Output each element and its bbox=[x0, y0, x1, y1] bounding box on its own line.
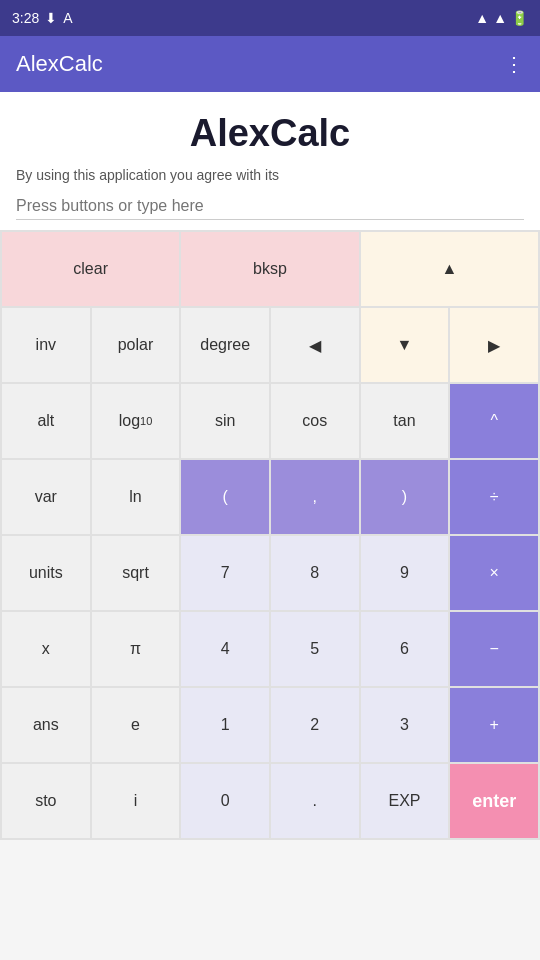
calculator-grid: clear bksp ▲ inv polar degree ◀ ▼ ▶ alt … bbox=[0, 230, 540, 840]
app-bar: AlexCalc ⋮ bbox=[0, 36, 540, 92]
sub-button[interactable]: − bbox=[450, 612, 538, 686]
dot-button[interactable]: . bbox=[271, 764, 359, 838]
tan-button[interactable]: tan bbox=[361, 384, 449, 458]
status-left: 3:28 ⬇ A bbox=[12, 10, 73, 26]
left-button[interactable]: ◀ bbox=[271, 308, 359, 382]
five-button[interactable]: 5 bbox=[271, 612, 359, 686]
eight-button[interactable]: 8 bbox=[271, 536, 359, 610]
down-button[interactable]: ▼ bbox=[361, 308, 449, 382]
units-button[interactable]: units bbox=[2, 536, 90, 610]
calc-logo: AlexCalc bbox=[16, 112, 524, 155]
wifi-icon: ▲ bbox=[475, 10, 489, 26]
i-button[interactable]: i bbox=[92, 764, 180, 838]
sin-button[interactable]: sin bbox=[181, 384, 269, 458]
mul-button[interactable]: × bbox=[450, 536, 538, 610]
status-right: ▲ ▲ 🔋 bbox=[475, 10, 528, 26]
seven-button[interactable]: 7 bbox=[181, 536, 269, 610]
a-icon: A bbox=[63, 10, 72, 26]
var-button[interactable]: var bbox=[2, 460, 90, 534]
enter-button[interactable]: enter bbox=[450, 764, 538, 838]
pow-button[interactable]: ^ bbox=[450, 384, 538, 458]
menu-icon[interactable]: ⋮ bbox=[504, 52, 524, 76]
e-button[interactable]: e bbox=[92, 688, 180, 762]
exp-button[interactable]: EXP bbox=[361, 764, 449, 838]
four-button[interactable]: 4 bbox=[181, 612, 269, 686]
six-button[interactable]: 6 bbox=[361, 612, 449, 686]
download-icon: ⬇ bbox=[45, 10, 57, 26]
up-button[interactable]: ▲ bbox=[361, 232, 538, 306]
status-bar: 3:28 ⬇ A ▲ ▲ 🔋 bbox=[0, 0, 540, 36]
alt-button[interactable]: alt bbox=[2, 384, 90, 458]
comma-button[interactable]: , bbox=[271, 460, 359, 534]
content-area: AlexCalc By using this application you a… bbox=[0, 92, 540, 230]
cos-button[interactable]: cos bbox=[271, 384, 359, 458]
polar-button[interactable]: polar bbox=[92, 308, 180, 382]
x-button[interactable]: x bbox=[2, 612, 90, 686]
zero-button[interactable]: 0 bbox=[181, 764, 269, 838]
ln-button[interactable]: ln bbox=[92, 460, 180, 534]
two-button[interactable]: 2 bbox=[271, 688, 359, 762]
app-bar-title: AlexCalc bbox=[16, 51, 103, 77]
add-button[interactable]: + bbox=[450, 688, 538, 762]
pi-button[interactable]: π bbox=[92, 612, 180, 686]
expression-input[interactable] bbox=[16, 193, 524, 220]
nine-button[interactable]: 9 bbox=[361, 536, 449, 610]
bksp-button[interactable]: bksp bbox=[181, 232, 358, 306]
sto-button[interactable]: sto bbox=[2, 764, 90, 838]
one-button[interactable]: 1 bbox=[181, 688, 269, 762]
signal-icon: ▲ bbox=[493, 10, 507, 26]
log10-button[interactable]: log10 bbox=[92, 384, 180, 458]
div-button[interactable]: ÷ bbox=[450, 460, 538, 534]
ans-button[interactable]: ans bbox=[2, 688, 90, 762]
three-button[interactable]: 3 bbox=[361, 688, 449, 762]
oparen-button[interactable]: ( bbox=[181, 460, 269, 534]
sqrt-button[interactable]: sqrt bbox=[92, 536, 180, 610]
battery-icon: 🔋 bbox=[511, 10, 528, 26]
clear-button[interactable]: clear bbox=[2, 232, 179, 306]
inv-button[interactable]: inv bbox=[2, 308, 90, 382]
status-time: 3:28 bbox=[12, 10, 39, 26]
cparen-button[interactable]: ) bbox=[361, 460, 449, 534]
disclaimer-text: By using this application you agree with… bbox=[16, 167, 524, 183]
right-button[interactable]: ▶ bbox=[450, 308, 538, 382]
degree-button[interactable]: degree bbox=[181, 308, 269, 382]
